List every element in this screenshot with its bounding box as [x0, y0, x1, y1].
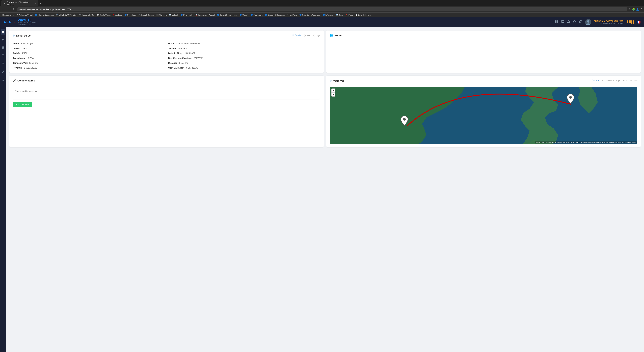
- bookmark-elamigos[interactable]: 🔵 ElAmigos: [322, 13, 334, 16]
- arrivee-value: KJFK: [22, 52, 28, 54]
- tab-carte[interactable]: Carte: [592, 79, 600, 82]
- bookmark-canal[interactable]: 🔵 Canal+: [238, 13, 249, 16]
- menu-dots[interactable]: ⋮: [640, 8, 643, 10]
- derniere-modif-label: Dernière modification: [168, 57, 191, 59]
- sidebar-item-flights[interactable]: [1, 37, 5, 42]
- logo-text-area: VIRTUEL FAITES DU CIEL VOTRE TERRAIN DE …: [18, 19, 36, 25]
- detail-pilote: Pilote : franck moget: [13, 42, 165, 45]
- bookmark-outlook[interactable]: 📧 Outlook: [168, 13, 179, 16]
- tab-vitesse[interactable]: Vitesse/Alt Graph: [602, 79, 620, 82]
- detail-touche: Touché : -361 FPM: [168, 47, 320, 50]
- address-input[interactable]: [18, 7, 627, 11]
- logo-tagline2: TERRAIN DE JEU.: [18, 24, 36, 25]
- depart-label: Départ: [13, 47, 20, 50]
- svg-point-15: [2, 80, 2, 80]
- add-comment-button[interactable]: Add Comment: [13, 102, 32, 107]
- bookmark-repacks[interactable]: 🎮 Repacks FitGirl: [78, 13, 95, 16]
- bookmark-laposte[interactable]: 📮 laposte.net +Accueil: [194, 13, 216, 16]
- type-avion-value: B77W: [28, 57, 34, 59]
- svg-rect-19: [292, 35, 293, 36]
- zoom-out-button[interactable]: −: [332, 92, 336, 96]
- sidebar-item-globe[interactable]: [1, 45, 5, 51]
- logo-afr-text: AFR: [3, 20, 12, 24]
- nav-icon-bell[interactable]: [567, 20, 570, 24]
- bookmark-skidrow2[interactable]: 🔵 Skidrow & Reloade...: [264, 13, 286, 16]
- grade-label: Grade: [168, 42, 174, 45]
- extension-puzzle[interactable]: 🧩: [632, 8, 635, 10]
- logo-area: AFR ~ VIRTUEL FAITES DU CIEL VOTRE TERRA…: [3, 19, 36, 25]
- tab-close-button[interactable]: ✕: [34, 3, 36, 4]
- nav-icon-refresh[interactable]: [573, 20, 576, 24]
- sidebar-item-filter[interactable]: [1, 61, 5, 67]
- tab-asr[interactable]: ASR: [304, 34, 310, 37]
- browser-chrome: ⚙ CrewCenter - Simulation aérien... ✕ + …: [0, 0, 644, 17]
- map-tabs: Carte Vitesse/Alt Graph Maintenance: [592, 79, 637, 82]
- sidebar: [0, 27, 6, 352]
- sidebar-item-list[interactable]: [1, 77, 5, 83]
- back-button[interactable]: ←: [1, 8, 5, 11]
- map-background: + − Leaflet | Tiles © Esri — Source: Esr…: [330, 87, 637, 144]
- new-tab-button[interactable]: +: [39, 2, 42, 5]
- user-rank: COMMANDANT DE BORD LC: [594, 22, 623, 24]
- plane-icon-2: ✈: [330, 79, 332, 82]
- sidebar-item-home[interactable]: [1, 29, 5, 34]
- route-card: 🌐 Route: [326, 30, 641, 73]
- tab-logs[interactable]: Logs: [313, 34, 320, 37]
- nav-icon-chat[interactable]: [561, 20, 564, 24]
- svg-point-25: [569, 96, 572, 99]
- svg-point-22: [592, 80, 594, 81]
- rank-bar-3: [630, 20, 631, 23]
- derniere-modif-value: 15/05/2021: [192, 57, 204, 59]
- date-pirep-value: 15/05/2021: [184, 52, 195, 54]
- bookmark-applications[interactable]: ▦ Applications: [1, 13, 16, 16]
- bookmark-speedtest[interactable]: 🔵 Speedtest.: [124, 13, 137, 16]
- flight-details-grid: Pilote : franck moget Grade : Commandant…: [13, 42, 320, 69]
- tab-maintenance[interactable]: Maintenance: [623, 79, 637, 82]
- svg-point-16: [2, 80, 2, 81]
- reload-button[interactable]: ↻: [12, 8, 16, 11]
- svg-point-24: [403, 118, 406, 121]
- rank-bar-5: [633, 20, 634, 24]
- forward-button[interactable]: →: [7, 8, 11, 11]
- sidebar-item-tools[interactable]: [1, 69, 5, 75]
- bookmark-taxiways[interactable]: ✈ TaxiWays: [286, 13, 298, 16]
- plane-icon: ✈: [13, 34, 15, 37]
- detail-revenue: Revenue : € 681, 142.50: [13, 66, 165, 69]
- pilote-value: franck moget: [21, 42, 33, 45]
- sidebar-item-chat[interactable]: [1, 53, 5, 59]
- bookmark-pilote[interactable]: 🔵 Pilote-Virtuel.com...: [34, 13, 55, 16]
- nav-icon-globe[interactable]: [579, 20, 582, 24]
- bookmark-gmail[interactable]: 📧 Gmail: [334, 13, 344, 16]
- svg-rect-2: [555, 22, 556, 23]
- bookmark-skidrow[interactable]: 🎮 SKIDROW GAMES...: [55, 13, 78, 16]
- bookmark-airfrance[interactable]: ✈ AirFrance Virtuel: [16, 13, 34, 16]
- bookmark-salaries[interactable]: 🔵 Salariés - L'Assuran...: [298, 13, 321, 16]
- bookmark-torrent[interactable]: 🔵 Torrent Search Torr...: [216, 13, 238, 16]
- rank-bars: [628, 20, 634, 24]
- pilote-label: Pilote: [13, 42, 18, 45]
- zoom-in-button[interactable]: +: [332, 88, 336, 92]
- rank-bar-4: [632, 20, 632, 24]
- bookmark-sports[interactable]: ⚽ Sports Online: [96, 13, 112, 16]
- browser-actions: ☆ 🧩 👤 ⋮: [628, 8, 643, 10]
- bookmark-pole-emploi[interactable]: 🔵 Pôle emploi: [180, 13, 194, 16]
- bookmark-ygg[interactable]: 🔵 YggTorrent: [250, 13, 264, 16]
- distance-label: Distance: [168, 62, 177, 64]
- profile-icon[interactable]: 👤: [636, 8, 639, 10]
- bookmark-instant-gaming[interactable]: 🎮 Instant-Gaming: [137, 13, 155, 16]
- flight-detail-header: ✈ Détail du Vol Details ASR: [13, 34, 320, 39]
- depart-value: LFPG: [22, 47, 27, 50]
- comment-textarea[interactable]: [13, 88, 320, 100]
- nav-icon-dashboard[interactable]: [555, 20, 558, 24]
- tab-details[interactable]: Details: [292, 34, 301, 37]
- temps-vol-value: 06.52 hrs: [28, 62, 38, 64]
- bookmark-youtube[interactable]: ▶ YouTube: [112, 13, 123, 16]
- bookmark-microsoft[interactable]: ⬛ Microsoft: [155, 13, 168, 16]
- bookmark-maps[interactable]: 📍 Maps: [345, 13, 354, 16]
- active-tab[interactable]: ⚙ CrewCenter - Simulation aérien... ✕: [1, 0, 38, 7]
- flag-icon: 🇫🇷: [636, 20, 641, 24]
- route-title: Route: [334, 34, 342, 37]
- address-bar-row: ← → ↻ ☆ 🧩 👤 ⋮: [0, 6, 644, 12]
- bookmark-star[interactable]: ☆: [628, 8, 630, 10]
- bookmark-liste[interactable]: 📋 Liste de lecture: [354, 13, 372, 16]
